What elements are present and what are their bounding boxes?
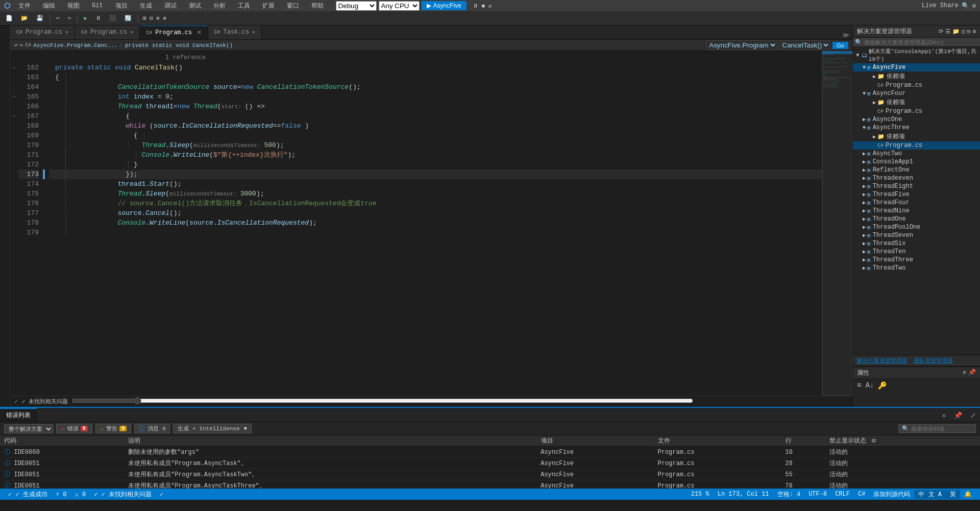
menu-help[interactable]: 帮助 [307, 1, 328, 11]
project-threadone[interactable]: ▶ ⊞ ThreadOne [853, 215, 980, 223]
minimap-viewport[interactable] [822, 51, 852, 396]
project-reflectone[interactable]: ▶ ⊞ ReflectOne [853, 166, 980, 174]
folder-deps-asyncfour[interactable]: ▶ 📁 依赖项 [853, 98, 980, 107]
collapse-166[interactable]: − [10, 92, 18, 102]
add-to-source-btn[interactable]: 添加到源代码 [869, 490, 914, 499]
toolbar-undo[interactable]: ↩ [53, 13, 63, 23]
se-new-folder-btn[interactable]: 📁 [952, 28, 960, 35]
toolbar-new[interactable]: 📄 [2, 13, 16, 23]
project-asynctwo[interactable]: ▶ ⊞ AsyncTwo [853, 150, 980, 158]
scope-dropdown[interactable]: 整个解决方案 [4, 424, 53, 433]
go-button[interactable]: Go [832, 42, 848, 49]
run-button[interactable]: ▶ AsyncFive [422, 1, 467, 10]
cpu-dropdown[interactable]: Any CPU [379, 1, 420, 11]
live-share-btn[interactable]: Live Share [922, 2, 959, 9]
filter-icon[interactable]: ⊟ [872, 437, 875, 445]
bottom-tab-close[interactable]: ✕ [938, 409, 950, 422]
prop-pin-btn[interactable]: 📌 [968, 369, 976, 377]
tab-close-1[interactable]: ✕ [65, 29, 68, 35]
debug-config-dropdown[interactable]: Debug [336, 1, 377, 11]
se-preview-btn[interactable]: ◫ [962, 28, 965, 35]
collapse-162[interactable]: − [10, 63, 18, 72]
git-status[interactable]: ✓ [156, 491, 167, 498]
project-asyncfive[interactable]: ▼ ⊞ AsyncFive [853, 63, 980, 71]
project-threadeight[interactable]: ▶ ⊞ ThreadEight [853, 182, 980, 190]
project-threadseven[interactable]: ▶ ⊞ ThreadSeven [853, 231, 980, 239]
prop-key-icon[interactable]: 🔑 [878, 381, 887, 390]
col-header-status[interactable]: 禁止显示状态 ⊟ [825, 435, 980, 447]
col-header-line[interactable]: 行 [781, 435, 825, 447]
solution-search-input[interactable] [864, 39, 978, 45]
team-explorer-link[interactable]: 团队资源管理器 [914, 357, 953, 364]
project-asyncone[interactable]: ▶ ⊞ AsyncOne [853, 115, 980, 124]
toolbar-redo[interactable]: ↪ [64, 13, 75, 23]
warning-filter-btn[interactable]: ⚠ 警告 9 [95, 424, 132, 433]
menu-view[interactable]: 视图 [63, 1, 84, 11]
zoom-level[interactable]: 215 % [687, 491, 714, 498]
spaces-status[interactable]: 空格: 4 [773, 490, 805, 499]
prop-list-icon[interactable]: ≡ [857, 381, 861, 390]
prop-close-btn[interactable]: ✕ [963, 369, 966, 377]
toolbar-stop[interactable]: ⬛ [106, 13, 120, 23]
error-search-input[interactable] [911, 426, 972, 432]
menu-file[interactable]: 文件 [14, 1, 35, 11]
menu-window[interactable]: 窗口 [283, 1, 303, 11]
intellisense-filter[interactable]: 生成 + IntelliSense ▼ [173, 424, 252, 433]
encoding-status[interactable]: UTF-8 [804, 491, 831, 498]
bottom-tab-errors[interactable]: 错误列表 [0, 408, 37, 422]
error-filter-btn[interactable]: ✕ 错误 0 [56, 424, 92, 433]
menu-extensions[interactable]: 扩展 [258, 1, 279, 11]
warning-count-status[interactable]: ⚠ 0 [71, 491, 90, 498]
toolbar-open[interactable]: 📂 [17, 13, 32, 23]
col-header-project[interactable]: 项目 [536, 435, 653, 447]
tab-program-cs-3[interactable]: C# Program.cs × [140, 26, 208, 39]
search-icon[interactable]: 🔍 [962, 2, 969, 10]
nav-back-btn[interactable]: ↩ [14, 42, 18, 48]
collapse-168[interactable]: − [10, 111, 18, 121]
col-header-file[interactable]: 文件 [654, 435, 781, 447]
ime-status[interactable]: 中 文 A [914, 490, 946, 499]
toolbar-pause[interactable]: ⏸ [92, 13, 105, 23]
project-threadsix[interactable]: ▶ ⊞ ThreadSix [853, 239, 980, 248]
project-threadthree[interactable]: ▶ ⊞ ThreadThree [853, 256, 980, 264]
crlf-status[interactable]: CRLF [831, 491, 854, 498]
se-filter-btn[interactable]: ☰ [945, 28, 950, 35]
project-threadten[interactable]: ▶ ⊞ ThreadTen [853, 248, 980, 256]
menu-build[interactable]: 生成 [136, 1, 156, 11]
solution-root[interactable]: ▼ 🗂 解决方案'ConsoleApp1'(第19个项目,共19个) [853, 47, 980, 63]
solution-explorer-link[interactable]: 解决方案资源管理器 [857, 357, 908, 364]
project-threadfive[interactable]: ▶ ⊞ ThreadFive [853, 190, 980, 199]
project-threadeeven[interactable]: ▶ ⊞ Threadeeven [853, 174, 980, 182]
folder-deps-asyncfive[interactable]: ▶ 📁 依赖项 [853, 71, 980, 81]
menu-git[interactable]: Git [88, 1, 107, 10]
menu-project[interactable]: 项目 [111, 1, 132, 11]
error-row-3[interactable]: ⓘ IDE0051 未使用私有成员"Program.AsyncTaskThree… [0, 480, 980, 489]
project-threadtwo[interactable]: ▶ ⊞ ThreadTwo [853, 264, 980, 272]
project-asyncfour[interactable]: ▼ ⊞ AsyncFour [853, 89, 980, 98]
tab-close-4[interactable]: ✕ [252, 29, 255, 35]
menu-debug[interactable]: 调试 [160, 1, 181, 11]
notification-bell-icon[interactable]: 🔔 [960, 491, 976, 498]
build-success-status[interactable]: ✓ ✓ 生成成功 [4, 490, 52, 499]
bottom-tab-expand[interactable]: ⤢ [966, 409, 980, 422]
project-consoleapp1[interactable]: ▶ ⊞ ConsoleApp1 [853, 158, 980, 166]
col-header-desc[interactable]: 说明 [124, 435, 536, 447]
se-collapse-all-btn[interactable]: ⊟ [967, 28, 971, 35]
breadcrumb-path1[interactable]: AsyncFive.Program.Canc... [33, 42, 117, 48]
menu-tools[interactable]: 工具 [234, 1, 254, 11]
file-program-asyncfour[interactable]: C# Program.cs [853, 107, 980, 115]
error-row-1[interactable]: ⓘ IDE0051 未使用私有成员"Program.AsyncTask"。 As… [0, 458, 980, 469]
menu-analyze[interactable]: 分析 [209, 1, 230, 11]
error-count-status[interactable]: ⚡ 0 [52, 491, 71, 498]
nav-forward-btn[interactable]: ↪ [20, 42, 23, 48]
file-program-asyncthree[interactable]: C# Program.cs [853, 141, 980, 150]
toolbar-save[interactable]: 💾 [33, 13, 47, 23]
code-lines-area[interactable]: 1 reference private static void CancelTa… [45, 51, 822, 396]
col-header-code[interactable]: 代码 [0, 435, 124, 447]
member-dropdown[interactable]: CancelTask() [779, 40, 830, 50]
language-status[interactable]: C# [854, 491, 869, 498]
prop-sort-icon[interactable]: A↓ [865, 381, 874, 390]
error-row-2[interactable]: ⓘ IDE0051 未使用私有成员"Program.AsyncTaskTwo"。… [0, 469, 980, 480]
menu-test[interactable]: 测试 [185, 1, 205, 11]
bottom-tab-pin[interactable]: 📌 [950, 409, 966, 422]
